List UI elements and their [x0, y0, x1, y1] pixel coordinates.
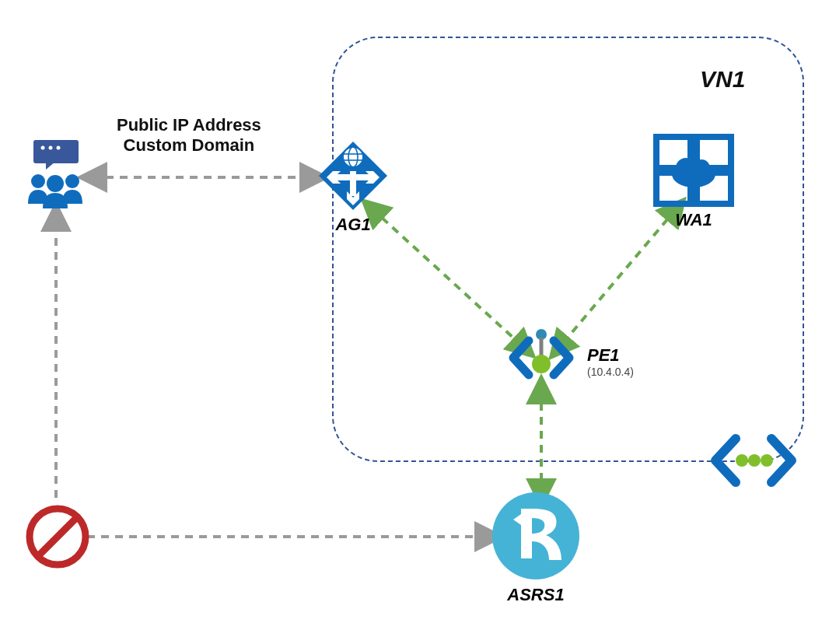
- block-node: [25, 504, 90, 569]
- wa1-label: WA1: [675, 210, 712, 230]
- connector-label-users-ag1: Public IP Address Custom Domain: [117, 115, 261, 156]
- ag1-label: AG1: [335, 215, 370, 235]
- virtual-network-icon: [708, 426, 799, 495]
- application-gateway-icon: [317, 140, 389, 212]
- svg-point-6: [65, 174, 79, 188]
- pe1-ip: (10.4.0.4): [587, 366, 634, 378]
- svg-point-5: [31, 174, 45, 188]
- svg-point-30: [748, 454, 761, 467]
- svg-point-28: [532, 355, 551, 373]
- svg-line-35: [39, 518, 76, 555]
- pe1-node: [505, 327, 577, 389]
- private-endpoint-icon: [505, 327, 577, 389]
- svg-point-7: [47, 175, 64, 192]
- asrs1-node: ASRS1: [490, 490, 582, 605]
- connector-ag1-pe1: [372, 208, 525, 348]
- svg-point-2: [49, 146, 53, 150]
- asrs1-label: ASRS1: [507, 585, 564, 605]
- svg-rect-13: [331, 174, 375, 180]
- vnet-label: VN1: [700, 65, 745, 93]
- ag1-node: AG1: [317, 140, 389, 235]
- vnet-boundary: [333, 37, 803, 461]
- svg-point-1: [41, 146, 45, 150]
- svg-marker-4: [46, 162, 55, 170]
- pe1-label-block: PE1 (10.4.0.4): [587, 345, 634, 378]
- svg-point-3: [57, 146, 61, 150]
- signalr-service-icon: [490, 490, 582, 582]
- diagram-overlay: [0, 0, 822, 644]
- svg-rect-0: [33, 140, 79, 163]
- connector-label-line1: Public IP Address: [117, 115, 261, 135]
- blocked-icon: [25, 504, 90, 569]
- wa1-node: WA1: [653, 134, 734, 230]
- connector-label-line2: Custom Domain: [117, 135, 261, 156]
- pe1-label: PE1: [587, 345, 634, 366]
- svg-point-25: [693, 159, 710, 177]
- web-app-icon: [653, 134, 734, 207]
- svg-point-31: [761, 454, 773, 467]
- vnet-badge-node: [708, 426, 799, 495]
- svg-point-29: [736, 454, 748, 467]
- users-node: [23, 138, 89, 208]
- users-icon: [23, 138, 89, 208]
